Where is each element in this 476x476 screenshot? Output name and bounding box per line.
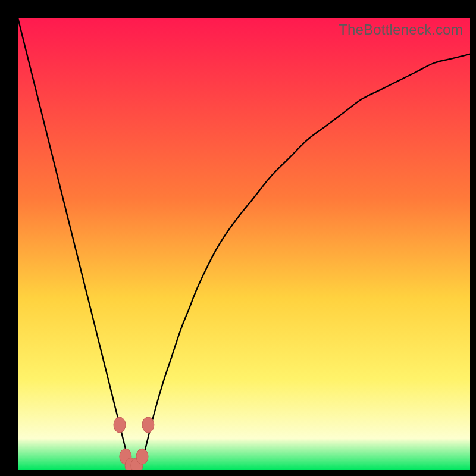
chart-frame: TheBottleneck.com	[0, 0, 476, 476]
chart-svg	[18, 18, 470, 470]
curve-marker	[142, 417, 154, 433]
bottleneck-curve	[18, 18, 470, 470]
marker-group	[114, 417, 154, 470]
curve-marker	[114, 417, 126, 433]
plot-area: TheBottleneck.com	[18, 18, 470, 470]
curve-marker	[136, 449, 148, 464]
